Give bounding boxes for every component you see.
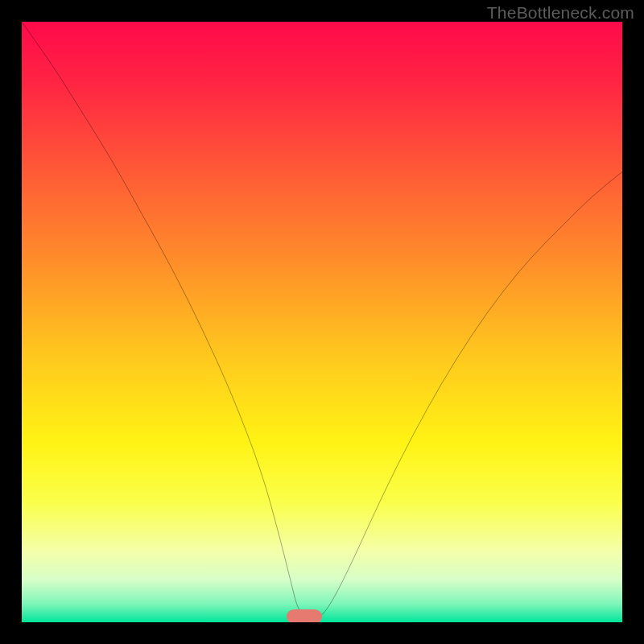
bottleneck-curve <box>22 22 622 622</box>
watermark-text: TheBottleneck.com <box>487 3 634 23</box>
chart-frame: TheBottleneck.com <box>0 0 644 644</box>
plot-area <box>22 22 622 622</box>
minimum-marker <box>287 609 322 622</box>
